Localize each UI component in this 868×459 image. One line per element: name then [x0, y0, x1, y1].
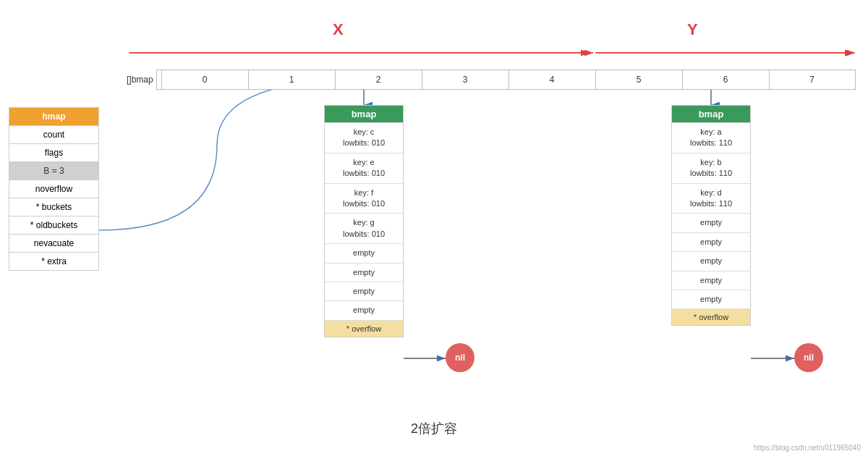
bucket-y-cell-7: empty	[672, 290, 750, 308]
bmap-cell-7: 7	[769, 70, 856, 90]
bucket-x-cell-2: key: f lowbits: 010	[325, 183, 403, 214]
bucket-x-cell-6: empty	[325, 282, 403, 300]
label-x: X	[333, 20, 344, 39]
bmap-cell-0: 0	[161, 70, 248, 90]
bmap-cell-5: 5	[595, 70, 682, 90]
hmap-flags: flags	[9, 144, 98, 162]
bmap-cell-6: 6	[682, 70, 769, 90]
hmap-struct: hmap count flags B = 3 noverflow * bucke…	[9, 107, 99, 271]
hmap-header: hmap	[9, 108, 98, 126]
bucket-y-overflow: * overflow	[672, 308, 750, 325]
nil-circle-y: nil	[794, 343, 823, 372]
bucket-x-cell-5: empty	[325, 263, 403, 282]
bucket-x-cell-7: empty	[325, 300, 403, 319]
bucket-y: bmap key: a lowbits: 110 key: b lowbits:…	[671, 105, 751, 326]
bucket-x-cell-0: key: c lowbits: 010	[325, 122, 403, 153]
bmap-cells: 0 1 2 3 4 5 6 7	[161, 70, 856, 90]
bucket-y-cell-6: empty	[672, 271, 750, 290]
bucket-x-header: bmap	[325, 106, 403, 122]
bmap-array-label: []bmap	[127, 75, 153, 85]
bucket-y-header: bmap	[672, 106, 750, 122]
bucket-y-cell-0: key: a lowbits: 110	[672, 122, 750, 153]
hmap-nevacuate: nevacuate	[9, 235, 98, 253]
hmap-oldbuckets: * oldbuckets	[9, 216, 98, 235]
hmap-noverflow: noverflow	[9, 180, 98, 198]
bmap-cell-2: 2	[335, 70, 422, 90]
main-container: X Y hmap count flags B = 3 noverflow * b…	[0, 0, 868, 459]
bucket-x-cell-1: key: e lowbits: 010	[325, 153, 403, 183]
bmap-cell-1: 1	[248, 70, 335, 90]
nil-circle-x: nil	[446, 343, 475, 372]
bucket-y-cell-4: empty	[672, 232, 750, 251]
hmap-b: B = 3	[9, 162, 98, 180]
bucket-y-cell-3: empty	[672, 213, 750, 232]
caption: 2倍扩容	[411, 420, 457, 437]
bmap-cell-3: 3	[422, 70, 509, 90]
hmap-buckets: * buckets	[9, 198, 98, 216]
watermark: https://blog.csdn.net/u011965040	[754, 444, 861, 452]
hmap-count: count	[9, 126, 98, 144]
bmap-cell-4: 4	[509, 70, 595, 90]
bucket-y-cell-2: key: d lowbits: 110	[672, 183, 750, 214]
label-y: Y	[687, 20, 698, 39]
bucket-y-cell-1: key: b lowbits: 110	[672, 153, 750, 183]
bucket-x-overflow: * overflow	[325, 320, 403, 337]
bucket-y-cell-5: empty	[672, 251, 750, 270]
bucket-x-cell-3: key: g lowbits: 010	[325, 213, 403, 243]
hmap-extra: * extra	[9, 253, 98, 270]
bucket-x-cell-4: empty	[325, 243, 403, 262]
bmap-array: []bmap 0 1 2 3 4 5 6 7	[127, 70, 856, 90]
bucket-x: bmap key: c lowbits: 010 key: e lowbits:…	[324, 105, 404, 337]
